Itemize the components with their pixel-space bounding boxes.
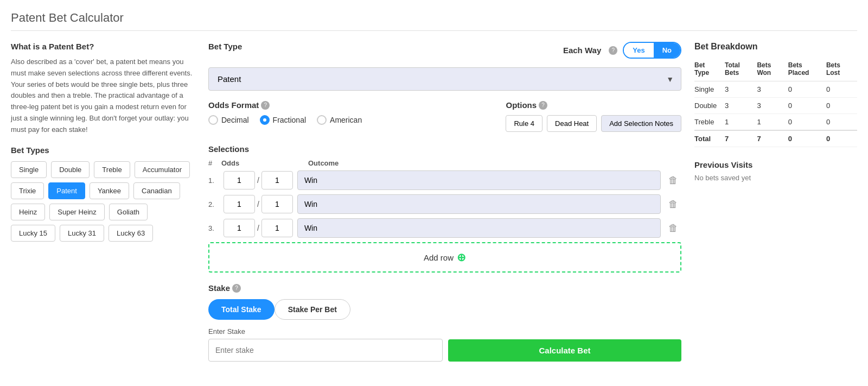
delete-row-2-btn[interactable]: 🗑 — [665, 196, 681, 212]
odds-fractional-radio[interactable] — [260, 115, 270, 125]
what-is-title: What is a Patent Bet? — [11, 42, 195, 51]
each-way-no-btn[interactable]: No — [654, 43, 680, 58]
row-num-2: 2. — [208, 200, 219, 208]
prev-visits-title: Previous Visits — [694, 160, 857, 169]
bet-type-label: Bet Type — [208, 42, 242, 51]
each-way-label: Each Way — [563, 46, 601, 55]
odds-format-help-icon[interactable]: ? — [261, 101, 270, 110]
left-panel: What is a Patent Bet? Also described as … — [11, 42, 195, 362]
bet-type-btn-lucky-31[interactable]: Lucky 31 — [60, 225, 104, 242]
odds-b-1[interactable] — [261, 171, 293, 189]
bet-type-btn-canadian[interactable]: Canadian — [133, 182, 180, 199]
bet-type-btn-treble[interactable]: Treble — [94, 161, 130, 178]
col-bets-won-header: Bets Won — [757, 59, 788, 81]
odds-a-3[interactable] — [224, 219, 255, 237]
breakdown-row-3: Total7700 — [694, 130, 857, 147]
bet-type-select-wrap: Patent Single Double Treble Trixie Yanke… — [208, 67, 681, 91]
breakdown-cell-total_bets-1: 3 — [725, 98, 757, 114]
bet-types-grid: SingleDoubleTrebleAccumulatorTrixiePaten… — [11, 161, 195, 242]
bet-type-btn-super-heinz[interactable]: Super Heinz — [49, 204, 105, 220]
odds-decimal-label[interactable]: Decimal — [208, 115, 249, 125]
bet-type-btn-double[interactable]: Double — [51, 161, 90, 178]
odds-decimal-radio[interactable] — [208, 115, 218, 125]
breakdown-cell-bets_lost-2: 0 — [826, 114, 857, 131]
col-total-bets-header: Total Bets — [725, 59, 757, 81]
enter-stake-label: Enter Stake — [208, 327, 681, 336]
bet-type-btn-patent[interactable]: Patent — [48, 182, 85, 199]
odds-inputs-3: / — [224, 219, 293, 237]
odds-a-2[interactable] — [224, 195, 255, 213]
col-outcome-label: Outcome — [308, 159, 681, 167]
dead-heat-btn[interactable]: Dead Heat — [547, 115, 597, 132]
stake-input[interactable] — [208, 339, 443, 362]
options-section: Options ? Rule 4 Dead Heat Add Selection… — [506, 100, 681, 132]
outcome-wrap-3: WinPlaceEach WayLose — [297, 218, 661, 238]
delete-row-3-btn[interactable]: 🗑 — [665, 220, 681, 236]
breakdown-cell-bets_won-3: 7 — [757, 130, 788, 147]
outcome-select-2[interactable]: WinPlaceEach WayLose — [297, 194, 661, 214]
bet-type-btn-lucky-63[interactable]: Lucky 63 — [108, 225, 153, 242]
stake-per-bet-btn[interactable]: Stake Per Bet — [275, 299, 350, 320]
bet-type-btn-lucky-15[interactable]: Lucky 15 — [11, 225, 55, 242]
outcome-wrap-2: WinPlaceEach WayLose — [297, 194, 661, 214]
delete-row-1-btn[interactable]: 🗑 — [665, 172, 681, 188]
breakdown-cell-bets_placed-0: 0 — [788, 81, 826, 98]
breakdown-cell-bet_type-3: Total — [694, 130, 725, 147]
stake-toggle-row: Total Stake Stake Per Bet — [208, 299, 681, 320]
bet-type-btn-trixie[interactable]: Trixie — [11, 182, 44, 199]
each-way-yes-btn[interactable]: Yes — [624, 43, 653, 58]
odds-format-section: Odds Format ? Decimal Fractional America… — [208, 100, 362, 135]
stake-help-icon[interactable]: ? — [232, 284, 241, 293]
row-num-3: 3. — [208, 224, 219, 232]
odds-a-1[interactable] — [224, 171, 255, 189]
add-row-label: Add row — [424, 253, 454, 262]
odds-fractional-label[interactable]: Fractional — [260, 115, 306, 125]
selections-label: Selections — [208, 144, 249, 154]
options-help-icon[interactable]: ? — [539, 101, 547, 110]
col-odds-label: Odds — [221, 159, 308, 167]
stake-section: Stake ? Total Stake Stake Per Bet Enter … — [208, 283, 681, 362]
bet-type-btn-heinz[interactable]: Heinz — [11, 204, 45, 220]
bet-type-btn-goliath[interactable]: Goliath — [109, 204, 148, 220]
breakdown-cell-bets_lost-3: 0 — [826, 130, 857, 147]
stake-input-row: Calculate Bet — [208, 339, 681, 362]
breakdown-cell-bet_type-1: Double — [694, 98, 725, 114]
odds-slash-2: / — [257, 200, 259, 208]
breakdown-cell-bets_lost-0: 0 — [826, 81, 857, 98]
col-bets-placed-header: Bets Placed — [788, 59, 826, 81]
odds-b-2[interactable] — [261, 195, 293, 213]
breakdown-row-2: Treble1100 — [694, 114, 857, 131]
each-way-section: Each Way ? Yes No — [563, 42, 681, 59]
add-row-btn[interactable]: Add row ⊕ — [208, 242, 681, 273]
odds-b-3[interactable] — [261, 219, 293, 237]
add-selection-notes-btn[interactable]: Add Selection Notes — [601, 115, 681, 132]
options-label: Options — [506, 100, 537, 110]
bet-type-select[interactable]: Patent Single Double Treble Trixie Yanke… — [208, 67, 681, 91]
odds-american-text: American — [330, 116, 362, 124]
odds-slash-1: / — [257, 176, 259, 185]
breakdown-cell-total_bets-3: 7 — [725, 130, 757, 147]
odds-american-radio[interactable] — [317, 115, 327, 125]
odds-format-row: Decimal Fractional American — [208, 115, 362, 125]
bet-types-title: Bet Types — [11, 145, 195, 155]
col-hash-label: # — [208, 159, 221, 167]
rule4-btn[interactable]: Rule 4 — [506, 115, 542, 132]
each-way-help-icon[interactable]: ? — [609, 46, 617, 55]
center-panel: Bet Type Each Way ? Yes No Patent Single… — [208, 42, 681, 362]
bet-type-btn-yankee[interactable]: Yankee — [90, 182, 129, 199]
breakdown-cell-bets_won-0: 3 — [757, 81, 788, 98]
outcome-select-3[interactable]: WinPlaceEach WayLose — [297, 218, 661, 238]
odds-american-label[interactable]: American — [317, 115, 362, 125]
enter-stake-section: Enter Stake Calculate Bet — [208, 327, 681, 362]
bet-type-btn-single[interactable]: Single — [11, 161, 47, 178]
calculate-btn[interactable]: Calculate Bet — [448, 339, 681, 362]
page-title: Patent Bet Calculator — [11, 11, 857, 31]
breakdown-table: Bet Type Total Bets Bets Won Bets Placed… — [694, 59, 857, 147]
row-num-1: 1. — [208, 176, 219, 185]
right-panel: Bet Breakdown Bet Type Total Bets Bets W… — [694, 42, 857, 362]
bet-type-btn-accumulator[interactable]: Accumulator — [135, 161, 190, 178]
breakdown-cell-bets_placed-3: 0 — [788, 130, 826, 147]
total-stake-btn[interactable]: Total Stake — [208, 299, 275, 320]
odds-fractional-text: Fractional — [273, 116, 306, 124]
outcome-select-1[interactable]: WinPlaceEach WayLose — [297, 170, 661, 190]
